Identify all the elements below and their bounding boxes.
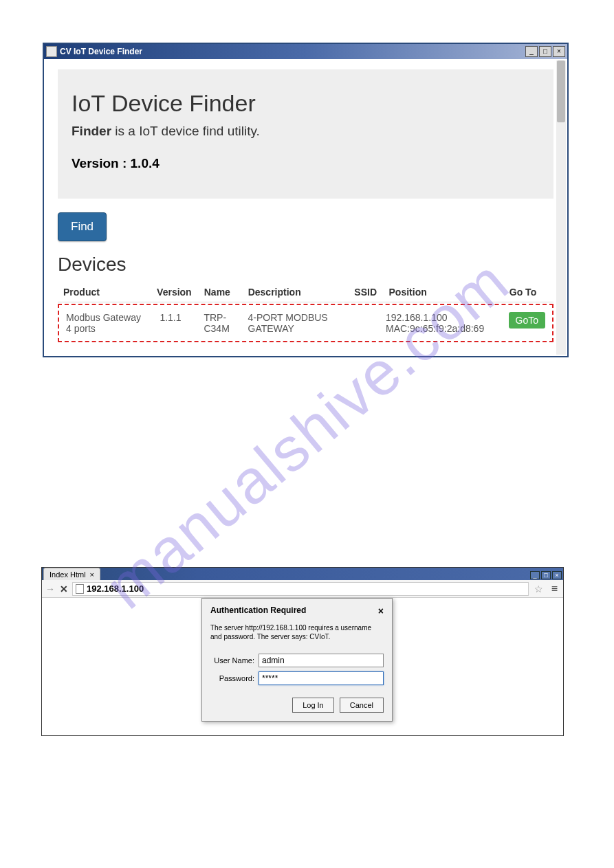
cell-ssid	[349, 307, 380, 340]
close-button[interactable]: ×	[553, 46, 565, 57]
position-ip: 192.168.1.100	[386, 312, 448, 323]
browser-minimize-button[interactable]: _	[530, 571, 540, 579]
cancel-button[interactable]: Cancel	[340, 698, 384, 713]
username-input[interactable]	[259, 654, 384, 667]
menu-icon[interactable]: ≡	[549, 583, 560, 595]
col-description: Description	[243, 282, 349, 302]
col-ssid: SSID	[349, 282, 383, 302]
browser-tab[interactable]: Index Html ×	[43, 568, 100, 580]
col-goto: Go To	[504, 282, 553, 302]
auth-message: The server http://192.168.1.100 requires…	[210, 623, 384, 641]
cell-description: 4-PORT MODBUS GATEWAY	[243, 307, 349, 340]
browser-viewport: Authentication Required × The server htt…	[42, 598, 563, 735]
tab-title: Index Html	[50, 570, 86, 579]
devices-heading: Devices	[58, 254, 553, 276]
password-label: Password:	[210, 674, 259, 682]
version-value: 1.0.4	[131, 156, 160, 170]
device-row-highlight: Modbus Gateway 4 ports 1.1.1 TRP-C34M 4-…	[58, 304, 553, 342]
desc-bold: Finder	[72, 124, 111, 138]
forward-icon[interactable]: →	[45, 583, 56, 594]
cell-name: TRP-C34M	[198, 307, 242, 340]
title-bar: CV IoT Device Finder _ □ ×	[44, 44, 567, 59]
app-heading: IoT Device Finder	[72, 90, 540, 117]
url-field[interactable]: 192.168.1.100	[72, 582, 529, 596]
bookmark-icon[interactable]: ☆	[531, 583, 546, 594]
col-name: Name	[199, 282, 243, 302]
version-label: Version :	[72, 156, 131, 170]
username-label: User Name:	[210, 656, 259, 665]
cell-position: 192.168.1.100 MAC:9c:65:f9:2a:d8:69	[380, 307, 501, 340]
table-row: Modbus Gateway 4 ports 1.1.1 TRP-C34M 4-…	[61, 307, 551, 340]
auth-close-icon[interactable]: ×	[378, 605, 384, 616]
browser-window: Index Html × _ □ × → ✕ 192.168.1.100 ☆ ≡…	[41, 567, 564, 736]
app-description: Finder is a IoT device find utility.	[72, 124, 540, 139]
goto-button[interactable]: GoTo	[509, 312, 545, 329]
page-icon	[76, 584, 84, 594]
stop-icon[interactable]: ✕	[58, 583, 69, 594]
auth-dialog: Authentication Required × The server htt…	[201, 598, 393, 722]
devices-table: Product Version Name Description SSID Po…	[58, 282, 553, 302]
tab-close-icon[interactable]: ×	[90, 570, 94, 579]
info-panel: IoT Device Finder Finder is a IoT device…	[58, 69, 553, 199]
password-input[interactable]	[259, 671, 384, 685]
maximize-button[interactable]: □	[539, 46, 551, 57]
address-bar: → ✕ 192.168.1.100 ☆ ≡	[42, 580, 563, 598]
col-position: Position	[384, 282, 504, 302]
col-product: Product	[58, 282, 151, 302]
browser-close-button[interactable]: ×	[552, 571, 562, 579]
tab-strip: Index Html × _ □ ×	[42, 568, 563, 580]
version-line: Version : 1.0.4	[72, 156, 540, 171]
auth-title: Authentication Required	[210, 605, 306, 615]
url-text: 192.168.1.100	[87, 583, 144, 594]
desc-rest: is a IoT device find utility.	[111, 124, 260, 138]
app-icon	[46, 46, 57, 57]
login-button[interactable]: Log In	[292, 698, 334, 713]
find-button[interactable]: Find	[58, 212, 107, 241]
scroll-thumb[interactable]	[557, 60, 565, 122]
position-mac: MAC:9c:65:f9:2a:d8:69	[386, 323, 484, 334]
col-version: Version	[151, 282, 199, 302]
minimize-button[interactable]: _	[525, 46, 538, 57]
iot-finder-window: CV IoT Device Finder _ □ × IoT Device Fi…	[43, 43, 569, 357]
scrollbar[interactable]	[556, 60, 566, 355]
cell-product: Modbus Gateway 4 ports	[61, 307, 154, 340]
window-title: CV IoT Device Finder	[60, 47, 525, 56]
cell-version: 1.1.1	[154, 307, 198, 340]
browser-maximize-button[interactable]: □	[541, 571, 551, 579]
